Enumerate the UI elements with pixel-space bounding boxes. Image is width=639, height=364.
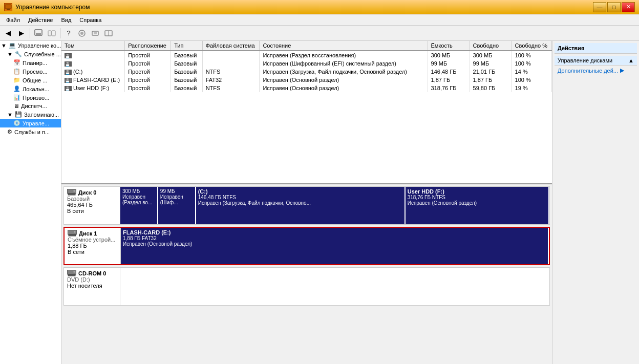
cell-capacity: 318,76 ГБ xyxy=(428,84,470,92)
cell-fs xyxy=(202,51,260,59)
title-bar-left: Управление компьютером xyxy=(4,3,90,11)
menu-file[interactable]: Файл xyxy=(2,16,24,24)
table-row[interactable]: 💾User HDD (F:) Простой Базовый NTFS Испр… xyxy=(61,84,552,92)
col-capacity: Ёмкость xyxy=(428,41,470,51)
cell-loc: Простой xyxy=(125,51,171,59)
sidebar-item-diskmgmt[interactable]: 💿 Управле... xyxy=(0,119,61,127)
table-row[interactable]: 💾 Простой Базовый Исправен (Раздел восст… xyxy=(61,51,552,59)
table-area: Том Расположение Тип Файловая система Со… xyxy=(61,41,552,184)
action-arrow-icon: ▶ xyxy=(620,67,624,74)
sidebar-item-root[interactable]: ▼ 💻 Управление ко... xyxy=(0,41,61,50)
partition-disk0-2[interactable]: (C:) 146,48 ГБ NTFS Исправен (Загрузка, … xyxy=(196,187,406,224)
action-label-0: Дополнительные дей... xyxy=(558,68,618,74)
partition-status-disk1-0: Исправен (Основной раздел) xyxy=(123,241,546,247)
svg-rect-6 xyxy=(52,31,55,36)
actions-expand-icon: ▲ xyxy=(628,57,634,63)
cell-capacity: 146,48 ГБ xyxy=(428,68,470,76)
svg-rect-18 xyxy=(69,234,76,236)
sidebar-label-task: Планир... xyxy=(23,60,47,66)
svg-point-22 xyxy=(73,271,75,273)
partition-status-disk0-3: Исправен (Основной раздел) xyxy=(408,200,546,206)
cell-type: Базовый xyxy=(171,51,203,59)
title-bar-title: Управление компьютером xyxy=(15,4,90,11)
partition-disk0-0[interactable]: 300 МБ Исправен (Раздел во... xyxy=(120,187,158,224)
disk-row-disk0[interactable]: Диск 0 Базовый 465,64 ГБ В сети 300 МБ И… xyxy=(63,186,550,225)
svg-point-16 xyxy=(73,190,75,192)
cell-fs: NTFS xyxy=(202,68,260,76)
table-row[interactable]: 💾FLASH-CARD (E:) Простой Базовый FAT32 И… xyxy=(61,76,552,84)
cell-free: 1,87 ГБ xyxy=(470,76,512,84)
table-row[interactable]: 💾(C:) Простой Базовый NTFS Исправен (Заг… xyxy=(61,68,552,76)
sidebar-item-storage-root[interactable]: ▼ 💾 Запоминаю... xyxy=(0,110,61,119)
close-button[interactable]: ✕ xyxy=(622,2,635,12)
svg-rect-1 xyxy=(7,9,10,10)
disk-label-size-disk0: 465,64 ГБ xyxy=(67,202,117,208)
toolbar-forward[interactable]: ▶ xyxy=(15,27,28,39)
cell-vol: 💾FLASH-CARD (E:) xyxy=(61,76,125,84)
partition-disk0-3[interactable]: User HDD (F:) 318,76 ГБ NTFS Исправен (О… xyxy=(406,187,549,224)
menu-action[interactable]: Действие xyxy=(24,16,57,24)
menu-help[interactable]: Справка xyxy=(75,16,105,24)
toolbar-up[interactable] xyxy=(32,27,45,39)
sidebar-label-diskmgmt: Управле... xyxy=(23,120,49,126)
svg-rect-2 xyxy=(6,10,11,10)
table-row[interactable]: 💾 Простой Базовый Исправен (Шифрованный … xyxy=(61,59,552,68)
menu-view[interactable]: Вид xyxy=(57,16,75,24)
actions-section[interactable]: Управление дисками ▲ xyxy=(555,56,637,66)
cell-capacity: 300 МБ xyxy=(428,51,470,59)
toolbar-btn3[interactable] xyxy=(102,27,115,39)
svg-rect-15 xyxy=(68,194,75,195)
sidebar-item-services[interactable]: ▼ 🔧 Служебные ... xyxy=(0,50,61,58)
svg-point-8 xyxy=(80,32,83,35)
sidebar-item-perf[interactable]: 📊 Произво... xyxy=(0,93,61,102)
cell-freepct: 100 % xyxy=(512,59,551,68)
toolbar-btn2[interactable] xyxy=(89,27,101,39)
sidebar-item-viewer[interactable]: 📋 Просмо... xyxy=(0,67,61,76)
col-vol: Том xyxy=(61,41,125,51)
maximize-button[interactable]: □ xyxy=(607,2,621,12)
sidebar-item-task[interactable]: 📅 Планир... xyxy=(0,58,61,67)
sidebar-item-device[interactable]: 🖥 Диспетч... xyxy=(0,102,61,110)
disk-row-cdrom0[interactable]: CD-ROM 0 DVD (D:) Нет носителя xyxy=(63,267,550,306)
cell-status: Исправен (Шифрованный (EFI) системный ра… xyxy=(260,59,428,68)
action-additional[interactable]: Дополнительные дей... ▶ xyxy=(555,66,637,75)
sidebar-item-local[interactable]: 👤 Локальн... xyxy=(0,84,61,93)
cell-free: 99 МБ xyxy=(470,59,512,68)
disk-scroll-content: Диск 0 Базовый 465,64 ГБ В сети 300 МБ И… xyxy=(61,184,552,364)
disk-label-name-disk1: Диск 1 xyxy=(68,230,117,237)
sidebar-label-svcprog: Службы и п... xyxy=(14,129,50,135)
partition-size-disk0-1: 99 МБ xyxy=(160,188,193,194)
expand-icon-storage: ▼ xyxy=(7,112,13,118)
sidebar-label-device: Диспетч... xyxy=(21,103,47,109)
sidebar-item-svcprog[interactable]: ⚙ Службы и п... xyxy=(0,127,61,136)
cell-freepct: 19 % xyxy=(512,84,551,92)
toolbar-explorer[interactable] xyxy=(46,27,58,39)
disk-label-name-disk0: Диск 0 xyxy=(67,189,117,196)
disk-label-status-disk0: В сети xyxy=(67,208,117,214)
toolbar-btn1[interactable] xyxy=(76,27,88,39)
minimize-button[interactable]: — xyxy=(593,2,606,12)
col-loc: Расположение xyxy=(125,41,171,51)
svg-rect-0 xyxy=(5,5,11,9)
cell-fs xyxy=(202,59,260,68)
toolbar-help[interactable]: ? xyxy=(62,27,75,39)
partition-status-disk0-2: Исправен (Загрузка, Файл подкачки, Основ… xyxy=(198,200,402,206)
disk-label-disk1: Диск 1 Съёмное устрой... 1,88 ГБ В сети xyxy=(65,228,121,264)
partition-disk1-0[interactable]: FLASH-CARD (E:) 1,88 ГБ FAT32 Исправен (… xyxy=(121,228,549,264)
svg-rect-21 xyxy=(68,274,75,276)
svg-rect-4 xyxy=(36,33,41,35)
sidebar-label-local: Локальн... xyxy=(23,86,49,92)
sidebar-item-shared[interactable]: 📁 Общие ... xyxy=(0,76,61,84)
cell-capacity: 99 МБ xyxy=(428,59,470,68)
sidebar-label-root: Управление ко... xyxy=(18,42,61,49)
actions-panel: Действия Управление дисками ▲ Дополнител… xyxy=(552,41,639,364)
cell-vol: 💾 xyxy=(61,51,125,59)
actions-section-label: Управление дисками xyxy=(558,57,612,63)
disk-partitions-disk0: 300 МБ Исправен (Раздел во... 99 МБ Испр… xyxy=(120,187,549,224)
toolbar-sep2 xyxy=(60,28,60,38)
disk-row-disk1[interactable]: Диск 1 Съёмное устрой... 1,88 ГБ В сети … xyxy=(63,227,550,265)
cell-free: 59,80 ГБ xyxy=(470,84,512,92)
partition-disk0-1[interactable]: 99 МБ Исправен (Шиф... xyxy=(158,187,196,224)
toolbar-back[interactable]: ◀ xyxy=(2,27,14,39)
cell-vol: 💾(C:) xyxy=(61,68,125,76)
